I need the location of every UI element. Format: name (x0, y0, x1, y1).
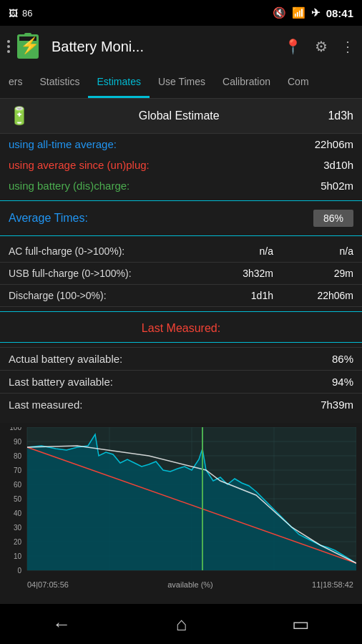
measurement-label-1: Actual battery available: (9, 353, 122, 365)
global-estimate-row: 🔋 Global Estimate 1d3h (0, 99, 362, 134)
tab-com[interactable]: Com (279, 67, 318, 98)
measurement-row-1: Actual battery available: 86% (0, 347, 362, 370)
status-bar: 🖼 86 🔇 📶 ✈ 08:41 (0, 0, 362, 26)
mute-icon: 🔇 (273, 6, 286, 19)
app-title: Battery Moni... (52, 39, 277, 55)
table-cell-col1: n/a (210, 240, 282, 263)
svg-text:70: 70 (14, 467, 22, 474)
battery-app-icon: ⚡ (17, 33, 44, 60)
tab-calibration[interactable]: Calibration (214, 67, 279, 98)
svg-text:80: 80 (14, 452, 22, 460)
svg-text:60: 60 (14, 481, 22, 489)
battery-chart: 100 90 80 70 60 50 40 30 20 10 0 (0, 423, 362, 590)
table-cell-col2: 22h06m (282, 285, 362, 307)
estimate-label-3: using battery (dis)charge: (9, 180, 129, 192)
battery-red-icon: 🔋 (9, 106, 30, 126)
status-left: 🖼 86 (9, 8, 32, 19)
tab-filters[interactable]: ers (0, 67, 31, 98)
table-cell-label: Discharge (100->0%): (0, 285, 210, 307)
home-button[interactable]: ⌂ (176, 613, 187, 635)
wifi-icon: 📶 (292, 6, 305, 19)
measurement-row-2: Last battery available: 94% (0, 370, 362, 393)
bottom-nav: ← ⌂ ▭ (0, 604, 362, 644)
table-cell-label: AC full-charge (0->100%): (0, 240, 210, 263)
measurement-label-3: Last measured: (9, 399, 82, 411)
settings-icon[interactable]: ⚙ (315, 38, 328, 55)
table-cell-col2: n/a (282, 240, 362, 263)
average-times-badge: 86% (313, 210, 353, 227)
average-times-table: AC full-charge (0->100%): n/a n/a USB fu… (0, 240, 362, 307)
estimate-row-2: using average since (un)plug: 3d10h (0, 155, 362, 175)
more-icon[interactable]: ⋮ (341, 38, 355, 55)
estimate-row-3: using battery (dis)charge: 5h02m (0, 175, 362, 196)
back-button[interactable]: ← (52, 613, 71, 635)
tab-bar: ers Statistics Estimates Use Times Calib… (0, 67, 362, 99)
chart-x-label-center: available (%) (167, 580, 213, 589)
divider-1 (0, 200, 362, 201)
table-row: Discharge (100->0%): 1d1h 22h06m (0, 285, 362, 307)
tab-use-times[interactable]: Use Times (150, 67, 214, 98)
measurement-value-3: 7h39m (321, 399, 353, 411)
tab-estimates[interactable]: Estimates (88, 67, 149, 98)
estimate-label-2: using average since (un)plug: (9, 159, 150, 171)
screenshot-icon: 🖼 (9, 8, 18, 19)
app-bar: ⚡ Battery Moni... 📍 ⚙ ⋮ (0, 26, 362, 67)
measurement-value-2: 94% (332, 376, 353, 388)
status-right: 🔇 📶 ✈ 08:41 (273, 6, 353, 19)
battery-percent: 86 (22, 8, 32, 19)
airplane-icon: ✈ (311, 6, 321, 19)
svg-text:50: 50 (14, 495, 22, 503)
global-estimate-label: Global Estimate (37, 109, 321, 122)
svg-text:20: 20 (14, 538, 22, 546)
chart-x-label-left: 04|07:05:56 (27, 580, 69, 589)
svg-text:90: 90 (14, 438, 22, 446)
table-cell-col1: 3h32m (210, 263, 282, 285)
chart-x-label-right: 11|18:58:42 (312, 580, 353, 589)
estimate-label-1: using all-time average: (9, 138, 117, 150)
measurement-value-1: 86% (332, 353, 353, 365)
svg-text:30: 30 (14, 524, 22, 532)
estimate-value-3: 5h02m (321, 180, 353, 192)
estimate-value-1: 22h06m (315, 138, 353, 150)
divider-3 (0, 311, 362, 312)
average-times-label: Average Times: (9, 212, 88, 225)
last-measured-header: Last Measured: (0, 316, 362, 338)
table-cell-col1: 1d1h (210, 285, 282, 307)
average-times-row: Average Times: 86% (0, 205, 362, 231)
table-row: USB full-charge (0->100%): 3h32m 29m (0, 263, 362, 285)
divider-2 (0, 235, 362, 236)
location-icon[interactable]: 📍 (284, 38, 302, 55)
svg-text:100: 100 (9, 427, 21, 431)
estimate-value-2: 3d10h (323, 159, 353, 171)
table-row: AC full-charge (0->100%): n/a n/a (0, 240, 362, 263)
svg-text:40: 40 (14, 509, 22, 517)
measurement-label-2: Last battery available: (9, 376, 113, 388)
tab-statistics[interactable]: Statistics (31, 67, 88, 98)
global-estimate-value: 1d3h (328, 109, 353, 122)
table-cell-label: USB full-charge (0->100%): (0, 263, 210, 285)
main-content: 🔋 Global Estimate 1d3h using all-time av… (0, 99, 362, 590)
measurement-row-3: Last measured: 7h39m (0, 393, 362, 416)
table-cell-col2: 29m (282, 263, 362, 285)
menu-icon[interactable] (7, 40, 10, 53)
recent-button[interactable]: ▭ (292, 613, 310, 635)
svg-text:10: 10 (14, 552, 22, 560)
clock: 08:41 (326, 7, 353, 19)
app-bar-actions: 📍 ⚙ ⋮ (284, 38, 355, 55)
divider-4 (0, 342, 362, 343)
chart-svg: 100 90 80 70 60 50 40 30 20 10 0 (6, 427, 356, 577)
estimate-row-1: using all-time average: 22h06m (0, 134, 362, 155)
svg-text:0: 0 (17, 567, 21, 575)
